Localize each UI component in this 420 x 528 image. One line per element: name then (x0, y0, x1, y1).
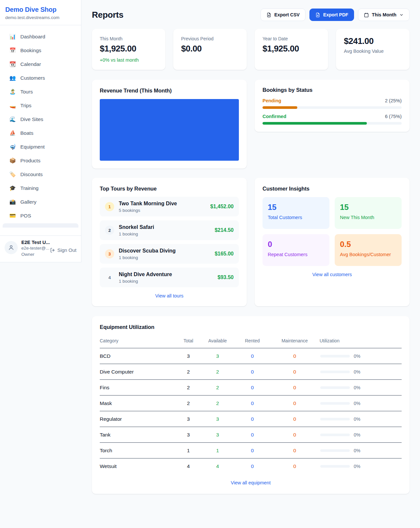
progress-fill-pending (262, 106, 297, 109)
sidebar-item-training[interactable]: 🎓 Training (3, 181, 78, 195)
cell-rented: 0 (235, 400, 270, 406)
tour-bookings: 1 booking (119, 279, 213, 284)
tour-bookings: 5 bookings (119, 208, 206, 213)
insight-tile-repeat-customers: 0 Repeat Customers (262, 234, 329, 266)
sidebar-item-trips[interactable]: 🚤 Trips (3, 99, 78, 112)
cell-rented: 0 (235, 432, 270, 438)
bookings-icon: 📅 (9, 47, 16, 54)
stat-delta: +0% vs last month (100, 57, 158, 63)
view-all-equipment-link[interactable]: View all equipment (100, 480, 402, 485)
export-pdf-button[interactable]: Export PDF (309, 9, 354, 21)
view-all-customers-link[interactable]: View all customers (262, 272, 402, 277)
cell-available: 4 (200, 463, 235, 469)
table-row: Torch 1 1 0 0 0% (100, 443, 402, 458)
column-header-maintenance: Maintenance (270, 338, 320, 343)
utilization-bar (320, 386, 350, 389)
dive-sites-icon: 🌊 (9, 116, 16, 123)
utilization-bar (320, 449, 350, 452)
period-label: This Month (372, 12, 396, 17)
sidebar-item-boats[interactable]: ⛵ Boats (3, 126, 78, 140)
sidebar-item-products[interactable]: 📦 Products (3, 154, 78, 168)
sidebar-item-label: POS (20, 212, 31, 219)
stat-value: $1,925.00 (262, 44, 320, 54)
cell-maintenance: 0 (270, 400, 320, 406)
status-label-confirmed: Confirmed (262, 114, 286, 119)
sidebar-item-label: Bookings (20, 47, 41, 54)
gallery-icon: 📸 (9, 198, 16, 206)
sidebar-item-pos[interactable]: 💳 POS (3, 209, 78, 223)
sidebar-item-equipment[interactable]: 🤿 Equipment (3, 140, 78, 154)
column-header-total: Total (177, 338, 200, 343)
rank-badge: 3 (105, 249, 114, 258)
brand-domain: demo.test.divestreams.com (5, 15, 76, 20)
stat-card-this-month: This Month $1,925.00 +0% vs last month (92, 29, 165, 70)
cell-maintenance: 0 (270, 448, 320, 454)
export-csv-label: Export CSV (274, 12, 300, 17)
utilization-pct: 0% (354, 464, 360, 469)
sidebar-item-label: Dashboard (20, 33, 45, 40)
utilization-pct: 0% (354, 448, 360, 453)
sidebar-item-bookings[interactable]: 📅 Bookings (3, 44, 78, 57)
header-actions: Export CSV Export PDF This Month (261, 9, 410, 21)
page-header: Reports Export CSV Export PDF (92, 9, 410, 21)
utilization-pct: 0% (354, 385, 360, 390)
cell-maintenance: 0 (270, 416, 320, 422)
tour-amount: $165.00 (215, 251, 234, 257)
progress-fill-confirmed (262, 122, 367, 125)
revenue-trend-panel: Revenue Trend (This Month) (92, 80, 247, 169)
sidebar-item-gallery[interactable]: 📸 Gallery (3, 195, 78, 209)
period-dropdown[interactable]: This Month (358, 9, 410, 21)
sidebar-item-label: Dive Sites (20, 116, 43, 123)
table-row: Wetsuit 4 4 0 0 0% (100, 458, 402, 474)
cell-utilization: 0% (320, 416, 402, 422)
revenue-trend-chart (100, 99, 239, 161)
status-value-confirmed: 6 (75%) (385, 114, 402, 119)
top-tours-title: Top Tours by Revenue (100, 186, 239, 192)
sidebar-item-reports[interactable] (3, 223, 78, 228)
equipment-table: Category Total Available Rented Maintena… (100, 335, 402, 474)
view-all-tours-link[interactable]: View all tours (100, 293, 239, 298)
cell-category: Mask (100, 400, 177, 406)
dashboard-icon: 📊 (9, 33, 16, 40)
main-content: Reports Export CSV Export PDF (81, 0, 420, 494)
file-download-icon (315, 12, 320, 17)
sidebar-item-label: Trips (20, 102, 32, 109)
sidebar-item-label: Training (20, 185, 38, 192)
table-row: Tank 3 3 0 0 0% (100, 427, 402, 443)
cell-total: 2 (177, 400, 200, 406)
sidebar-item-label: Boats (20, 130, 33, 137)
cell-total: 4 (177, 463, 200, 469)
training-icon: 🎓 (9, 185, 16, 192)
customers-icon: 👥 (9, 74, 16, 82)
sign-out-button[interactable]: Sign Out (50, 247, 76, 253)
progress-track (262, 106, 402, 109)
table-row: Fins 2 2 0 0 0% (100, 380, 402, 396)
cell-category: Torch (100, 448, 177, 454)
sidebar-item-dashboard[interactable]: 📊 Dashboard (3, 30, 78, 44)
sidebar-item-customers[interactable]: 👥 Customers (3, 71, 78, 85)
sidebar-item-label: Discounts (20, 171, 43, 178)
stat-value: $241.00 (344, 36, 402, 46)
cell-rented: 0 (235, 463, 270, 469)
export-csv-button[interactable]: Export CSV (261, 9, 305, 21)
chevron-down-icon (399, 13, 404, 17)
utilization-pct: 0% (354, 432, 360, 437)
status-label-pending: Pending (262, 98, 281, 103)
list-item: 1 Two Tank Morning Dive 5 bookings $1,45… (100, 197, 239, 216)
lists-row: Top Tours by Revenue 1 Two Tank Morning … (92, 178, 410, 306)
stat-label: Year to Date (262, 36, 320, 41)
avatar (5, 241, 18, 254)
sidebar-item-label: Gallery (20, 198, 36, 206)
bookings-by-status-title: Bookings by Status (262, 87, 402, 93)
sidebar-item-discounts[interactable]: 🏷️ Discounts (3, 168, 78, 181)
cell-maintenance: 0 (270, 369, 320, 375)
equipment-icon: 🤿 (9, 143, 16, 151)
sidebar-item-calendar[interactable]: 📆 Calendar (3, 57, 78, 71)
cell-utilization: 0% (320, 401, 402, 406)
tour-amount: $1,452.00 (210, 204, 234, 210)
sidebar-item-dive-sites[interactable]: 🌊 Dive Sites (3, 112, 78, 126)
cell-available: 3 (200, 353, 235, 359)
export-pdf-label: Export PDF (323, 12, 348, 17)
sidebar-item-tours[interactable]: 🏝️ Tours (3, 85, 78, 99)
user-role: Owner (21, 251, 46, 257)
